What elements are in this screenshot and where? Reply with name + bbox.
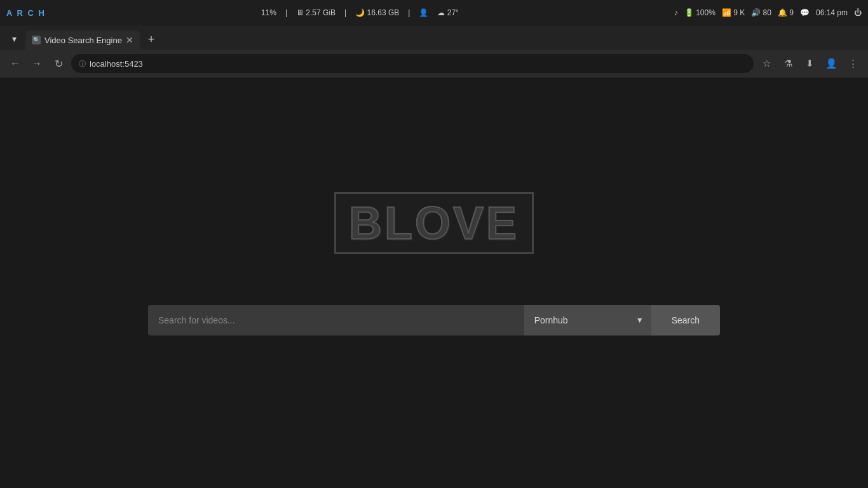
address-text: localhost:5423: [90, 59, 143, 69]
bookmark-button[interactable]: ☆: [757, 55, 775, 72]
music-icon: ♪: [674, 8, 678, 17]
address-bar[interactable]: ⓘ localhost:5423: [71, 54, 754, 73]
sep1: |: [285, 8, 287, 17]
secure-icon: ⓘ: [79, 59, 86, 69]
sep2: |: [344, 8, 346, 17]
browser-chrome: ▾ 🔍 Video Search Engine ✕ + ← → ↻ ⓘ loca…: [0, 25, 868, 78]
discord-icon: 💬: [800, 8, 810, 17]
system-bar: A R C H 11% | 🖥 2.57 GiB | 🌙 16.63 GB | …: [0, 0, 868, 25]
battery-stat: 🔋 100%: [684, 8, 715, 17]
search-button[interactable]: Search: [651, 305, 720, 336]
tab-bar: ▾ 🔍 Video Search Engine ✕ +: [0, 25, 868, 50]
power-icon[interactable]: ⏻: [854, 8, 862, 17]
profile-button[interactable]: 👤: [822, 55, 840, 72]
notification-stat: 🔔 9: [778, 8, 794, 17]
ram-stat: 🖥 2.57 GiB: [296, 8, 336, 17]
volume-stat: 🔊 80: [751, 8, 771, 17]
user-icon: 👤: [419, 8, 428, 17]
search-input[interactable]: [148, 305, 524, 336]
tab-favicon: 🔍: [32, 36, 41, 44]
new-tab-button[interactable]: +: [142, 30, 160, 48]
forward-button[interactable]: →: [28, 55, 46, 72]
page-content: BLOVE Pornhub XVideos XNXX RedTube ▼ Sea…: [0, 78, 868, 488]
tab-title: Video Search Engine: [44, 36, 122, 45]
tab-close-button[interactable]: ✕: [126, 35, 133, 45]
tab-dropdown[interactable]: ▾: [5, 29, 23, 48]
logo-box: BLOVE: [334, 192, 534, 254]
back-button[interactable]: ←: [6, 55, 24, 72]
site-logo: BLOVE: [349, 200, 519, 246]
wifi-stat: 📶 9 K: [722, 8, 745, 17]
active-tab[interactable]: 🔍 Video Search Engine ✕: [25, 30, 140, 50]
cpu-stat: 11%: [261, 8, 276, 17]
nav-bar: ← → ↻ ⓘ localhost:5423 ☆ ⚗ ⬇ 👤 ⋮: [0, 50, 868, 78]
site-select[interactable]: Pornhub XVideos XNXX RedTube: [524, 305, 651, 336]
site-select-wrapper: Pornhub XVideos XNXX RedTube ▼: [524, 305, 651, 336]
disk-stat: 🌙 16.63 GB: [355, 8, 399, 17]
reload-button[interactable]: ↻: [50, 55, 67, 72]
clock: 06:14 pm: [816, 8, 848, 17]
logo-container: BLOVE: [334, 192, 534, 254]
weather-stat: ☁ 27°: [437, 8, 459, 17]
arch-logo: A R C H: [6, 8, 46, 18]
lab-button[interactable]: ⚗: [779, 55, 797, 72]
nav-actions: ☆ ⚗ ⬇ 👤 ⋮: [757, 55, 862, 72]
sys-left: A R C H: [6, 8, 46, 18]
sys-right: ♪ 🔋 100% 📶 9 K 🔊 80 🔔 9 💬 06:14 pm ⏻: [674, 8, 862, 17]
download-button[interactable]: ⬇: [801, 55, 818, 72]
sys-center: 11% | 🖥 2.57 GiB | 🌙 16.63 GB | 👤 ☁ 27°: [261, 8, 459, 17]
menu-button[interactable]: ⋮: [844, 55, 862, 72]
sep3: |: [408, 8, 410, 17]
search-row: Pornhub XVideos XNXX RedTube ▼ Search: [148, 305, 720, 336]
